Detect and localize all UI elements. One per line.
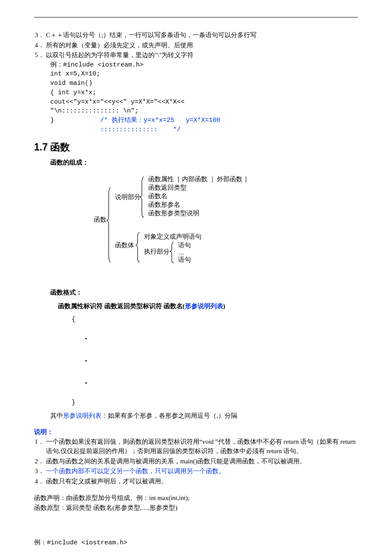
where-clause: 其中形参说明列表：如果有多个形参，各形参之间用逗号（,）分隔	[50, 411, 358, 421]
body-dot: ·	[84, 350, 358, 372]
code-line: "\n::::::::::::::: \n";	[50, 107, 358, 116]
code-comment: /* 执行结果：y=x*x=25 y=X*X=100	[100, 117, 220, 124]
brace-open: {	[72, 311, 358, 328]
rule-num: 4．	[34, 40, 46, 50]
code-example-1: 例：#include <iostream.h> int x=5,X=10; vo…	[50, 61, 358, 135]
note-item-4: 4． 函数只有定义或被声明后，才可以被调用。	[34, 477, 358, 486]
code-line: { int y=x*x;	[50, 88, 358, 98]
note-item-1: 1． 一个函数如果没有返回值，则函数的返回类型标识符用“void ”代替，函数体…	[34, 437, 358, 456]
note-num: 1．	[34, 437, 46, 456]
format-label: 函数格式：	[50, 288, 358, 298]
tree-leaf: 函数属性［ 内部函数 ｜ 外部函数 ］	[148, 176, 251, 183]
rule-text: 以双引号括起的为字符串常量，里边的"\"为转义字符	[46, 50, 358, 60]
function-prototype-line: 函数原型：返回类型 函数名(形参类型,…,形参类型)	[34, 503, 358, 513]
tree-leaf: …	[178, 249, 184, 256]
note-item-3: 3． 一个函数内部不可以定义另一个函数，只可以调用另一个函数。	[34, 466, 358, 476]
body-dot: ·	[84, 328, 358, 350]
notes-list: 1． 一个函数如果没有返回值，则函数的返回类型标识符用“void ”代替，函数体…	[34, 437, 358, 486]
where-blue: 形参说明列表	[63, 412, 101, 419]
code-example-2: 例：#include <iostream.h> int max(int,int)…	[34, 519, 358, 555]
function-structure-tree: 函数 说明部分 函数属性［ 内部函数 ｜ 外部函数 ］ 函数返回类型 函数名 函…	[34, 173, 358, 271]
rule-text: 所有的对象（变量）必须先定义，或先声明、后使用	[46, 40, 358, 50]
rule-item-4: 4． 所有的对象（变量）必须先定义，或先声明、后使用	[34, 40, 358, 50]
function-format-body: { · · · }	[72, 311, 358, 411]
tree-leaf: 语句	[178, 256, 191, 263]
note-num: 3．	[34, 466, 46, 476]
note-text: 一个函数如果没有返回值，则函数的返回类型标识符用“void ”代替，函数体中不必…	[46, 437, 358, 456]
format-paramlist: 形参说明列表	[185, 303, 223, 309]
notes-label: 说明：	[34, 427, 358, 437]
brace-close: }	[72, 394, 358, 411]
tree-leaf: 对象定义或声明语句	[144, 233, 202, 240]
function-declaration-line: 函数声明：由函数原型加分号组成。例：int max(int,int);	[34, 493, 358, 503]
body-dot: ·	[84, 372, 358, 394]
note-text: 函数与函数之间的关系是调用与被调用的关系，main()函数只能是调用函数，不可以…	[46, 457, 358, 466]
code-line: cout<<"y=x*x="<<y<<" y=X*X="<<X*X<<	[50, 98, 358, 107]
page-top-rule	[34, 17, 358, 17]
where-post: ：如果有多个形参，各形参之间用逗号（,）分隔	[101, 412, 237, 419]
tree-branch-2: 函数体	[115, 242, 134, 249]
note-text: 一个函数内部不可以定义另一个函数，只可以调用另一个函数。	[46, 466, 358, 476]
tree-leaf: 函数形参名	[148, 201, 180, 208]
note-item-2: 2． 函数与函数之间的关系是调用与被调用的关系，main()函数只能是调用函数，…	[34, 457, 358, 466]
tree-leaf: 函数形参类型说明	[148, 210, 199, 217]
composition-label: 函数的组成：	[50, 158, 358, 168]
rule-item-3: 3． C＋＋语句以分号（;）结束，一行可以写多条语句，一条语句可以分多行写	[34, 30, 358, 40]
tree-root: 函数	[94, 216, 107, 223]
tree-branch-exec: 执行部分	[144, 248, 170, 255]
rule-item-5: 5． 以双引号括起的为字符串常量，里边的"\"为转义字符	[34, 50, 358, 60]
code-fragment: }	[50, 117, 100, 124]
rules-list: 3． C＋＋语句以分号（;）结束，一行可以写多条语句，一条语句可以分多行写 4．…	[34, 30, 358, 60]
code-comment: ::::::::::::::: */	[50, 125, 358, 135]
tree-branch-1: 说明部分	[115, 194, 141, 200]
rule-num: 5．	[34, 50, 46, 60]
code-line: 例：#include <iostream.h>	[34, 538, 358, 548]
rule-text: C＋＋语句以分号（;）结束，一行可以写多条语句，一条语句可以分多行写	[46, 30, 358, 40]
format-post: )	[223, 303, 225, 309]
format-pre: 函数属性标识符 函数返回类型标识符 函数名(	[58, 303, 185, 309]
function-format-signature: 函数属性标识符 函数返回类型标识符 函数名(形参说明列表)	[58, 301, 358, 311]
tree-leaf: 函数名	[148, 193, 167, 199]
note-text: 函数只有定义或被声明后，才可以被调用。	[46, 477, 358, 486]
note-num: 2．	[34, 457, 46, 466]
code-line: 例：#include <iostream.h>	[50, 61, 358, 70]
tree-leaf: 语句	[178, 242, 191, 249]
where-pre: 其中	[50, 412, 63, 419]
tree-svg: 函数 说明部分 函数属性［ 内部函数 ｜ 外部函数 ］ 函数返回类型 函数名 函…	[85, 173, 307, 271]
code-line: int x=5,X=10;	[50, 69, 358, 79]
code-line: } /* 执行结果：y=x*x=25 y=X*X=100	[50, 116, 358, 125]
note-num: 4．	[34, 477, 46, 486]
tree-leaf: 函数返回类型	[148, 184, 187, 191]
section-heading-1-7: 1.7 函数	[34, 140, 358, 155]
code-line: void main()	[50, 79, 358, 88]
rule-num: 3．	[34, 30, 46, 40]
